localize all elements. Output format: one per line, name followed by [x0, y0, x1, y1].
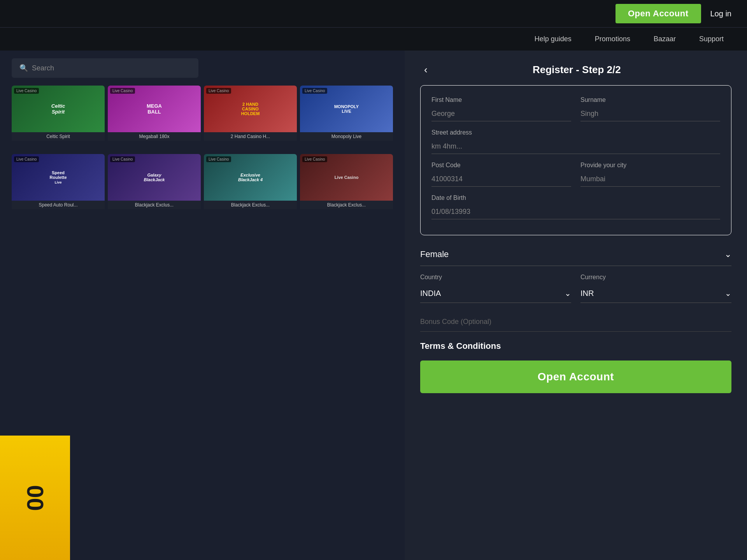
dob-group: Date of Birth	[431, 194, 720, 219]
country-value: INDIA	[420, 289, 441, 298]
game-label: Monopoly Live	[300, 132, 393, 141]
game-label: Blackjack Exclus...	[108, 201, 201, 209]
postcode-city-row: Post Code Provide your city	[431, 162, 720, 187]
country-group: Country INDIA ⌄	[420, 274, 571, 303]
postcode-group: Post Code	[431, 162, 571, 187]
country-select[interactable]: INDIA ⌄	[420, 284, 571, 303]
game-label: Celtic Spirit	[12, 132, 105, 141]
bonus-code-input[interactable]	[420, 312, 731, 332]
game-grid: CelticSpirit Live Casino Celtic Spirit M…	[0, 86, 405, 216]
top-nav: Open Account Log in	[0, 0, 747, 27]
game-card[interactable]: CelticSpirit Live Casino Celtic Spirit	[12, 86, 105, 148]
surname-group: Surname	[580, 96, 720, 121]
back-button[interactable]: ‹	[420, 62, 431, 77]
city-input[interactable]	[580, 172, 720, 187]
currency-label: Currency	[580, 274, 731, 281]
terms-section: Terms & Conditions	[420, 341, 731, 351]
search-icon: 🔍	[19, 64, 28, 72]
game-card[interactable]: MONOPOLYLIVE Live Casino Monopoly Live	[300, 86, 393, 148]
first-name-group: First Name	[431, 96, 571, 121]
postcode-input[interactable]	[431, 172, 571, 187]
street-address-label: Street address	[431, 129, 720, 136]
panel-header: ‹ Register - Step 2/2	[420, 51, 731, 85]
game-card[interactable]: MEGABALL Live Casino Megaball 180x	[108, 86, 201, 148]
nav-help-guides[interactable]: Help guides	[535, 35, 572, 43]
currency-chevron-icon: ⌄	[725, 289, 731, 298]
dob-label: Date of Birth	[431, 194, 720, 201]
name-row: First Name Surname	[431, 96, 720, 121]
live-badge: Live Casino	[206, 88, 231, 94]
live-badge: Live Casino	[302, 88, 327, 94]
country-chevron-icon: ⌄	[565, 289, 571, 298]
currency-group: Currency INR ⌄	[580, 274, 731, 303]
game-label: Speed Auto Roul...	[12, 201, 105, 209]
first-name-label: First Name	[431, 96, 571, 103]
first-name-input[interactable]	[431, 107, 571, 121]
game-card[interactable]: Live Casino Live Casino Blackjack Exclus…	[300, 154, 393, 216]
live-badge: Live Casino	[110, 88, 135, 94]
surname-input[interactable]	[580, 107, 720, 121]
game-card[interactable]: GalaxyBlackJack Live Casino Blackjack Ex…	[108, 154, 201, 216]
nav-bazaar[interactable]: Bazaar	[654, 35, 676, 43]
game-label: 2 Hand Casino H...	[204, 132, 297, 141]
game-card[interactable]: SpeedRouletteLive Live Casino Speed Auto…	[12, 154, 105, 216]
game-label: Blackjack Exclus...	[300, 201, 393, 209]
panel-title: Register - Step 2/2	[439, 64, 714, 76]
city-group: Provide your city	[580, 162, 720, 187]
gender-value: Female	[420, 249, 449, 259]
promo-banner: 00	[0, 436, 70, 560]
live-badge: Live Casino	[206, 156, 231, 162]
promo-text: 00	[22, 485, 49, 511]
country-currency-row: Country INDIA ⌄ Currency INR ⌄	[420, 274, 731, 303]
nav-promotions[interactable]: Promotions	[595, 35, 630, 43]
street-address-input[interactable]	[431, 139, 720, 154]
dob-input[interactable]	[431, 205, 720, 219]
currency-value: INR	[580, 289, 594, 298]
postcode-label: Post Code	[431, 162, 571, 169]
surname-label: Surname	[580, 96, 720, 103]
gender-dropdown[interactable]: Female ⌄	[420, 243, 731, 266]
game-label: Blackjack Exclus...	[204, 201, 297, 209]
search-bar[interactable]: 🔍 Search	[12, 58, 198, 78]
form-card: First Name Surname Street address Post C…	[420, 85, 731, 235]
register-panel: ‹ Register - Step 2/2 First Name Surname…	[405, 51, 747, 560]
game-grid-background: 🔍 Search CelticSpirit Live Casino Celtic…	[0, 51, 405, 560]
live-badge: Live Casino	[110, 156, 135, 162]
currency-select[interactable]: INR ⌄	[580, 284, 731, 303]
second-nav: Help guides Promotions Bazaar Support	[0, 27, 747, 51]
chevron-down-icon: ⌄	[724, 249, 731, 259]
city-label: Provide your city	[580, 162, 720, 169]
game-label: Megaball 180x	[108, 132, 201, 141]
address-row: Street address	[431, 129, 720, 154]
live-badge: Live Casino	[14, 88, 39, 94]
nav-support[interactable]: Support	[699, 35, 724, 43]
nav-open-account-button[interactable]: Open Account	[615, 4, 701, 23]
game-card[interactable]: ExclusiveBlackJack 4 Live Casino Blackja…	[204, 154, 297, 216]
game-card[interactable]: 2 HANDCASINOHOLDEM Live Casino 2 Hand Ca…	[204, 86, 297, 148]
live-badge: Live Casino	[14, 156, 39, 162]
country-label: Country	[420, 274, 571, 281]
search-placeholder: Search	[32, 64, 54, 72]
dob-row: Date of Birth	[431, 194, 720, 219]
live-badge: Live Casino	[302, 156, 327, 162]
nav-login-button[interactable]: Log in	[710, 9, 732, 18]
terms-title: Terms & Conditions	[420, 341, 731, 351]
open-account-button[interactable]: Open Account	[420, 360, 731, 393]
street-address-group: Street address	[431, 129, 720, 154]
